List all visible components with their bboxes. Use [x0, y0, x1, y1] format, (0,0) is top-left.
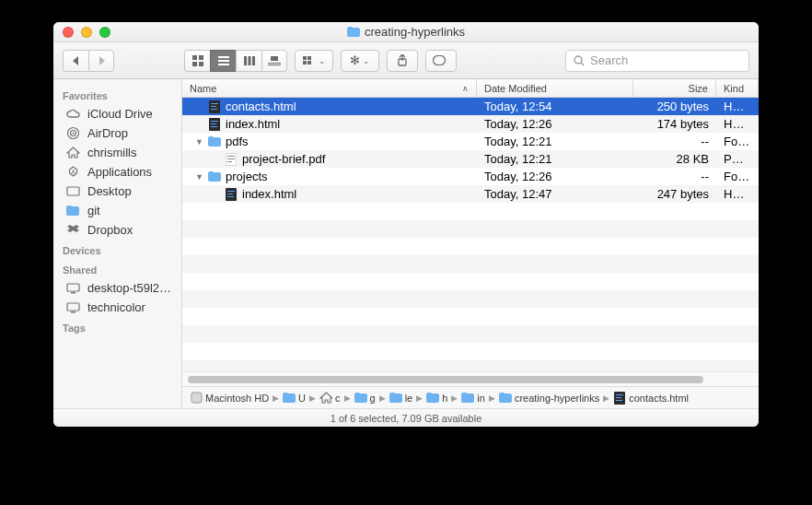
- svg-rect-43: [227, 191, 235, 192]
- table-row[interactable]: project-brief.pdfToday, 12:2128 KBPDF D: [182, 150, 759, 168]
- airdrop-icon: [66, 126, 81, 140]
- column-size[interactable]: Size: [633, 79, 716, 97]
- action-button[interactable]: ✻⌄: [341, 50, 379, 72]
- column-name[interactable]: Name∧: [182, 79, 477, 97]
- svg-rect-9: [252, 56, 255, 65]
- sidebar-item[interactable]: desktop-t59l2…: [53, 278, 181, 298]
- svg-rect-46: [191, 393, 202, 403]
- forward-button[interactable]: [88, 50, 114, 72]
- traffic-lights: [53, 27, 110, 38]
- table-row[interactable]: contacts.htmlToday, 12:54250 bytesHTML: [182, 98, 759, 115]
- folder-icon: [208, 170, 221, 183]
- disclosure-triangle-icon[interactable]: ▼: [195, 137, 203, 147]
- sidebar-item[interactable]: iCloud Drive: [53, 104, 181, 123]
- list-view-button[interactable]: [210, 50, 236, 72]
- path-segment[interactable]: contacts.html: [613, 392, 689, 405]
- file-size: 247 bytes: [633, 187, 716, 201]
- path-label: Macintosh HD: [205, 393, 269, 404]
- sidebar-item-label: iCloud Drive: [87, 107, 153, 121]
- file-list-pane: Name∧ Date Modified Size Kind contacts.h…: [182, 79, 759, 408]
- disclosure-triangle-icon[interactable]: ▼: [195, 172, 203, 182]
- path-label: h: [442, 393, 447, 404]
- sidebar-item[interactable]: Dropbox: [53, 220, 181, 240]
- sidebar-item[interactable]: AApplications: [53, 162, 181, 182]
- disk-icon: [190, 392, 203, 405]
- path-segment[interactable]: h: [426, 392, 447, 405]
- sidebar: FavoritesiCloud DriveAirDropchrismillsAA…: [53, 79, 182, 408]
- path-bar[interactable]: Macintosh HD▶U▶c▶g▶le▶h▶in▶creating-hype…: [182, 386, 759, 408]
- file-kind: PDF D: [716, 152, 759, 166]
- path-segment[interactable]: creating-hyperlinks: [499, 392, 599, 405]
- column-date[interactable]: Date Modified: [477, 79, 633, 97]
- empty-row: [182, 238, 759, 255]
- table-row[interactable]: index.htmlToday, 12:26174 bytesHTML: [182, 115, 759, 133]
- sidebar-item[interactable]: chrismills: [53, 143, 181, 162]
- column-kind[interactable]: Kind: [716, 79, 759, 97]
- table-row[interactable]: index.htmlToday, 12:47247 bytesHTML: [182, 185, 759, 203]
- table-row[interactable]: ▼projectsToday, 12:26--Folder: [182, 168, 759, 185]
- svg-rect-50: [616, 400, 622, 401]
- scrollbar-thumb[interactable]: [188, 376, 703, 383]
- chevron-right-icon: ▶: [414, 393, 424, 403]
- path-label: g: [370, 393, 376, 404]
- sort-asc-icon: ∧: [462, 84, 469, 93]
- coverflow-view-button[interactable]: [261, 50, 287, 72]
- path-label: c: [335, 393, 341, 404]
- sidebar-section-header: Tags: [53, 317, 181, 336]
- svg-rect-36: [211, 123, 216, 124]
- back-button[interactable]: [63, 50, 88, 72]
- folder-icon: [347, 26, 360, 39]
- svg-rect-40: [227, 159, 235, 159]
- svg-rect-2: [192, 62, 197, 66]
- path-segment[interactable]: U: [283, 392, 306, 405]
- svg-rect-35: [211, 121, 218, 122]
- path-segment[interactable]: le: [389, 392, 413, 405]
- column-view-button[interactable]: [236, 50, 261, 72]
- empty-row: [182, 290, 759, 308]
- display-icon: [66, 283, 81, 294]
- search-input[interactable]: Search: [565, 50, 749, 72]
- path-label: le: [405, 393, 413, 404]
- svg-line-20: [581, 63, 584, 65]
- file-date: Today, 12:47: [477, 187, 633, 201]
- path-segment[interactable]: g: [354, 392, 376, 405]
- table-row[interactable]: ▼pdfsToday, 12:21--Folder: [182, 133, 759, 150]
- titlebar[interactable]: creating-hyperlinks: [53, 22, 759, 42]
- path-segment[interactable]: Macintosh HD: [190, 392, 269, 405]
- file-rows[interactable]: contacts.htmlToday, 12:54250 bytesHTMLin…: [182, 98, 759, 371]
- window-title-text: creating-hyperlinks: [365, 25, 465, 39]
- folder-icon: [499, 392, 512, 405]
- share-button[interactable]: [387, 50, 418, 72]
- svg-rect-15: [303, 61, 307, 65]
- file-size: --: [633, 170, 716, 183]
- column-headers: Name∧ Date Modified Size Kind: [182, 79, 759, 98]
- svg-rect-4: [218, 56, 229, 58]
- chevron-right-icon: ▶: [449, 393, 459, 403]
- sidebar-item[interactable]: git: [53, 201, 181, 220]
- view-mode-buttons: [184, 50, 287, 72]
- minimize-button[interactable]: [81, 27, 92, 38]
- empty-row: [182, 255, 759, 273]
- file-name: index.html: [242, 187, 296, 201]
- cloud-icon: [66, 109, 81, 119]
- sidebar-item[interactable]: technicolor: [53, 298, 181, 317]
- horizontal-scrollbar[interactable]: [182, 371, 759, 386]
- path-segment[interactable]: in: [461, 392, 485, 405]
- svg-rect-41: [227, 161, 232, 162]
- svg-rect-44: [227, 194, 233, 194]
- svg-rect-14: [307, 56, 311, 60]
- status-bar: 1 of 6 selected, 7.09 GB available: [53, 408, 759, 427]
- tags-button[interactable]: [425, 50, 457, 72]
- file-kind: HTML: [716, 100, 759, 113]
- sidebar-item-label: git: [87, 204, 100, 217]
- close-button[interactable]: [63, 27, 74, 38]
- path-segment[interactable]: c: [319, 392, 341, 405]
- html-icon: [208, 100, 221, 113]
- svg-text:A: A: [71, 169, 75, 175]
- icon-view-button[interactable]: [184, 50, 210, 72]
- file-kind: HTML: [716, 117, 759, 131]
- zoom-button[interactable]: [99, 27, 110, 38]
- sidebar-item[interactable]: AirDrop: [53, 123, 181, 143]
- arrange-button[interactable]: ⌄: [295, 50, 333, 72]
- sidebar-item[interactable]: Desktop: [53, 182, 181, 201]
